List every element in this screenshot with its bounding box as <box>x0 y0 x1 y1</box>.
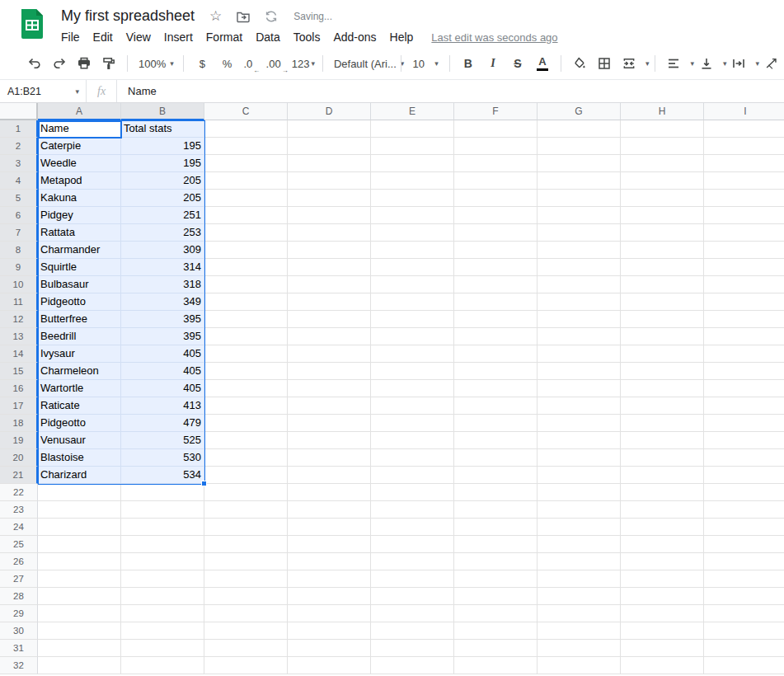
menu-data[interactable]: Data <box>249 29 287 45</box>
cell-G17[interactable] <box>538 397 621 415</box>
cell-F10[interactable] <box>454 276 538 293</box>
cell-A4[interactable]: Metapod <box>38 172 121 190</box>
cell-E21[interactable] <box>371 467 454 484</box>
select-all-corner[interactable] <box>0 103 38 120</box>
row-header-4[interactable]: 4 <box>0 172 38 190</box>
cell-H20[interactable] <box>621 449 704 467</box>
cell-H32[interactable] <box>621 657 704 674</box>
cell-A28[interactable] <box>38 588 121 605</box>
cell-A11[interactable]: Pidgeotto <box>38 293 121 311</box>
cell-H22[interactable] <box>621 484 704 501</box>
cell-D5[interactable] <box>288 190 371 207</box>
cell-I15[interactable] <box>704 363 784 380</box>
cell-D7[interactable] <box>288 224 371 242</box>
cell-B1[interactable]: Total stats <box>121 120 204 138</box>
row-header-14[interactable]: 14 <box>0 345 38 363</box>
cell-A31[interactable] <box>38 640 121 657</box>
formula-input[interactable]: Name <box>117 85 157 97</box>
cell-I32[interactable] <box>704 657 784 674</box>
cell-B29[interactable] <box>121 605 204 622</box>
cell-I5[interactable] <box>704 190 784 207</box>
italic-button[interactable]: I <box>486 53 500 74</box>
cell-I22[interactable] <box>704 484 784 501</box>
cell-C23[interactable] <box>204 501 288 519</box>
cell-C14[interactable] <box>204 345 288 363</box>
cell-E4[interactable] <box>371 172 454 190</box>
cell-H7[interactable] <box>621 224 704 242</box>
cell-G2[interactable] <box>538 138 621 155</box>
cell-G32[interactable] <box>538 657 621 674</box>
decrease-decimal-button[interactable]: .0← <box>244 53 259 74</box>
cell-H26[interactable] <box>621 553 704 570</box>
cell-H31[interactable] <box>621 640 704 657</box>
cell-G20[interactable] <box>538 449 621 467</box>
cell-C27[interactable] <box>204 570 288 588</box>
star-icon[interactable]: ☆ <box>209 9 222 23</box>
cell-F32[interactable] <box>454 657 538 674</box>
cell-B16[interactable]: 405 <box>121 380 204 397</box>
cell-A2[interactable]: Caterpie <box>38 138 121 155</box>
cell-G24[interactable] <box>538 519 621 536</box>
cell-A22[interactable] <box>38 484 121 501</box>
cell-G25[interactable] <box>538 536 621 553</box>
cell-E6[interactable] <box>371 207 454 224</box>
name-box-caret[interactable]: ▾ <box>75 87 79 96</box>
cell-F23[interactable] <box>454 501 538 519</box>
cell-H13[interactable] <box>621 328 704 345</box>
cell-B13[interactable]: 395 <box>121 328 204 345</box>
cell-G12[interactable] <box>538 311 621 328</box>
cell-F22[interactable] <box>454 484 538 501</box>
cell-E14[interactable] <box>371 345 454 363</box>
cell-F3[interactable] <box>454 155 538 172</box>
column-header-F[interactable]: F <box>454 103 538 120</box>
cell-E30[interactable] <box>371 622 454 640</box>
cell-C10[interactable] <box>204 276 288 293</box>
borders-button[interactable] <box>597 53 612 74</box>
cell-F7[interactable] <box>454 224 538 242</box>
cell-A9[interactable]: Squirtle <box>38 259 121 276</box>
cell-D32[interactable] <box>288 657 371 674</box>
zoom-select[interactable]: 100%▾ <box>138 53 172 74</box>
cell-C15[interactable] <box>204 363 288 380</box>
column-header-A[interactable]: A <box>38 103 121 120</box>
cell-B23[interactable] <box>121 501 204 519</box>
cell-E31[interactable] <box>371 640 454 657</box>
cell-B30[interactable] <box>121 622 204 640</box>
cell-E23[interactable] <box>371 501 454 519</box>
cell-E22[interactable] <box>371 484 454 501</box>
cell-I10[interactable] <box>704 276 784 293</box>
row-header-6[interactable]: 6 <box>0 207 38 224</box>
sheets-logo-icon[interactable] <box>20 7 45 40</box>
format-currency-button[interactable]: $ <box>195 53 209 74</box>
redo-button[interactable] <box>52 53 67 74</box>
cell-E15[interactable] <box>371 363 454 380</box>
row-header-5[interactable]: 5 <box>0 190 38 207</box>
cell-E32[interactable] <box>371 657 454 674</box>
cell-G6[interactable] <box>538 207 621 224</box>
row-header-32[interactable]: 32 <box>0 657 38 674</box>
cell-B17[interactable]: 413 <box>121 397 204 415</box>
cell-C19[interactable] <box>204 432 288 449</box>
cell-C21[interactable] <box>204 467 288 484</box>
move-folder-icon[interactable] <box>236 9 251 24</box>
cell-B22[interactable] <box>121 484 204 501</box>
cell-E10[interactable] <box>371 276 454 293</box>
cell-I23[interactable] <box>704 501 784 519</box>
document-title[interactable]: My first spreadsheet <box>61 7 195 25</box>
cell-D10[interactable] <box>288 276 371 293</box>
cell-C25[interactable] <box>204 536 288 553</box>
cell-C32[interactable] <box>204 657 288 674</box>
cell-A5[interactable]: Kakuna <box>38 190 121 207</box>
cell-E17[interactable] <box>371 397 454 415</box>
cell-I16[interactable] <box>704 380 784 397</box>
cell-B32[interactable] <box>121 657 204 674</box>
cell-B6[interactable]: 251 <box>121 207 204 224</box>
cell-B21[interactable]: 534 <box>121 467 204 484</box>
cell-I11[interactable] <box>704 293 784 311</box>
cell-H14[interactable] <box>621 345 704 363</box>
cell-E5[interactable] <box>371 190 454 207</box>
cell-B4[interactable]: 205 <box>121 172 204 190</box>
cell-F6[interactable] <box>454 207 538 224</box>
cell-A21[interactable]: Charizard <box>38 467 121 484</box>
cell-E8[interactable] <box>371 242 454 259</box>
